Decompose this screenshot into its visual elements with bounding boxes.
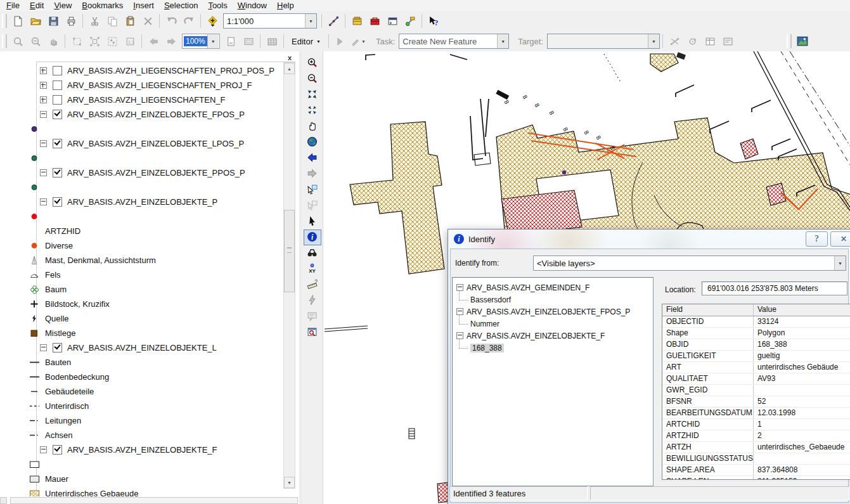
menu-window[interactable]: Window	[233, 1, 272, 11]
toolbar-grip[interactable]	[2, 14, 7, 28]
page-landscape-button[interactable]	[240, 33, 257, 49]
menu-selection[interactable]: Selection	[159, 1, 203, 11]
toc-layer[interactable]: ARV_BASIS.AVZH_EINZELOBJEKTE_FPOS_P	[0, 107, 284, 122]
hyperlink-tool[interactable]	[304, 293, 321, 309]
select-features-tool[interactable]	[304, 182, 321, 198]
table-row[interactable]: ShapePolygon	[662, 328, 850, 339]
identify-tree-layer[interactable]: ARV_BASIS.AVZH_EINZELOBJEKTE_FPOS_P	[455, 306, 653, 318]
layer-checkbox[interactable]	[53, 139, 62, 148]
chevron-down-icon[interactable]: ▼	[497, 34, 508, 48]
delete-button[interactable]	[139, 13, 156, 29]
pan-tool[interactable]	[304, 119, 321, 134]
image-button[interactable]	[794, 33, 811, 49]
forward-grey-button[interactable]	[163, 33, 179, 49]
layer-checkbox[interactable]	[53, 445, 62, 455]
close-toc-button[interactable]: x	[285, 53, 294, 61]
layer-checkbox[interactable]	[53, 110, 62, 119]
copy-button[interactable]	[104, 13, 120, 29]
table-row[interactable]: SHAPE.LEN211.905159	[662, 476, 850, 480]
table-row[interactable]: ARTunterirdisches Gebäude	[662, 362, 850, 373]
layer-checkbox[interactable]	[53, 66, 62, 75]
task-combo[interactable]: Create New Feature ▼	[399, 34, 509, 49]
html-popup-tool[interactable]	[304, 309, 321, 325]
toc-legend-item[interactable]	[0, 180, 284, 195]
new-document-button[interactable]	[10, 13, 26, 29]
attributes-table-button[interactable]	[702, 33, 718, 49]
toc-legend-item[interactable]: Diverse	[0, 238, 284, 253]
extent-full-button[interactable]	[68, 33, 85, 49]
chevron-down-icon[interactable]: ▼	[648, 34, 659, 48]
expand-icon[interactable]	[40, 96, 47, 103]
toc-legend-item[interactable]	[0, 122, 284, 136]
collapse-icon[interactable]	[40, 140, 47, 147]
pan-hand-button[interactable]	[45, 33, 61, 49]
open-folder-button[interactable]	[27, 13, 44, 29]
chevron-down-icon[interactable]: ▼	[207, 34, 219, 48]
table-row[interactable]: BEARBEITUNGSDATUM12.03.1998	[662, 408, 850, 419]
print-button[interactable]	[63, 13, 79, 29]
close-button[interactable]: ✕	[830, 231, 850, 247]
back-grey-button[interactable]	[145, 33, 162, 49]
identify-from-combo[interactable]: <Visible layers> ▼	[533, 255, 846, 271]
toc-legend-item[interactable]: Mistlege	[0, 326, 284, 340]
toc-layer[interactable]: ARV_BASIS.AVZH_LIEGENSCHAFTEN_PROJ_POS_P	[0, 63, 284, 78]
zoom-percent-combo[interactable]: 100% ▼	[182, 34, 220, 49]
add-data-button[interactable]	[204, 13, 221, 29]
overview-grid-button[interactable]	[264, 33, 280, 49]
extent-in-button[interactable]	[104, 33, 120, 49]
menu-tools[interactable]: Tools	[203, 1, 232, 11]
layer-checkbox[interactable]	[53, 343, 62, 352]
toc-legend-item[interactable]: Achsen	[0, 428, 284, 443]
table-row[interactable]: ARTZHunterirdisches_Gebaeude	[662, 442, 850, 453]
fixed-zoom-out-tool[interactable]	[304, 103, 321, 119]
arccatalog-button[interactable]	[349, 13, 365, 29]
table-row[interactable]: SHAPE.AREA837.364808	[662, 465, 850, 476]
expand-icon[interactable]	[40, 82, 47, 89]
identify-title-bar[interactable]: i Identify	[448, 229, 850, 249]
toc-legend-item[interactable]	[0, 457, 284, 472]
toc-legend-item[interactable]: Gebäudeteile	[0, 384, 284, 399]
layer-checkbox[interactable]	[53, 95, 62, 105]
collapse-icon[interactable]	[40, 169, 47, 176]
menu-view[interactable]: View	[49, 1, 77, 11]
toc-layer[interactable]: ARV_BASIS.AVZH_EINZELOBJEKTE_P	[0, 195, 284, 209]
toc-legend-item[interactable]: Bauten	[0, 355, 284, 370]
toc-layer[interactable]: ARV_BASIS.AVZH_EINZELOBJEKTE_L	[0, 340, 284, 355]
go-to-xy-tool[interactable]: XY	[304, 261, 321, 277]
sketch-tool-button[interactable]: ▼	[350, 33, 366, 49]
editor-sketch-button[interactable]	[325, 13, 342, 29]
modelbuilder-button[interactable]	[402, 13, 418, 29]
clear-selection-tool[interactable]	[304, 198, 321, 214]
extent-out-button[interactable]	[86, 33, 103, 49]
table-row[interactable]: ARTCHID1	[662, 419, 850, 430]
zoom-in-tool[interactable]	[304, 55, 321, 71]
identify-tree-feature[interactable]: 168_388	[455, 342, 653, 354]
toc-horizontal-scrollbar[interactable]	[10, 497, 298, 504]
table-row[interactable]: QUALITAETAV93	[662, 373, 850, 385]
toc-vertical-scrollbar[interactable]: ▲ ▼	[283, 62, 295, 489]
magnify-a-button[interactable]	[10, 33, 26, 49]
magnifier-window-tool[interactable]	[304, 325, 321, 340]
edit-tool-button[interactable]	[332, 33, 349, 49]
layer-checkbox[interactable]	[53, 197, 62, 207]
scroll-down-icon[interactable]: ▼	[284, 477, 295, 488]
collapse-icon[interactable]	[456, 308, 463, 315]
menu-help[interactable]: Help	[272, 1, 299, 11]
toc-legend-item[interactable]	[0, 209, 284, 224]
identify-tree-layer[interactable]: ARV_BASIS.AVZH_GEMEINDEN_F	[455, 281, 653, 294]
layer-checkbox[interactable]	[53, 81, 62, 90]
toc-layer[interactable]: ARV_BASIS.AVZH_LIEGENSCHAFTEN_F	[0, 93, 284, 107]
toc-legend-item[interactable]: Bildstock, Kruzifix	[0, 297, 284, 311]
toc-legend-item[interactable]	[0, 151, 284, 165]
toc-layer[interactable]: ARV_BASIS.AVZH_EINZELOBJEKTE_LPOS_P	[0, 136, 284, 151]
select-elements-tool[interactable]	[304, 214, 321, 229]
collapse-icon[interactable]	[40, 198, 47, 205]
layer-checkbox[interactable]	[53, 168, 62, 178]
chevron-down-icon[interactable]: ▼	[834, 256, 846, 270]
table-row[interactable]: BFSNR52	[662, 396, 850, 408]
identify-results-tree[interactable]: ARV_BASIS.AVZH_GEMEINDEN_FBassersdorfARV…	[452, 277, 654, 486]
help-button[interactable]: ?	[806, 231, 828, 247]
expand-icon[interactable]	[40, 67, 47, 74]
whats-this-button[interactable]: ?	[425, 13, 442, 29]
identify-tree-feature[interactable]: Bassersdorf	[455, 294, 653, 306]
